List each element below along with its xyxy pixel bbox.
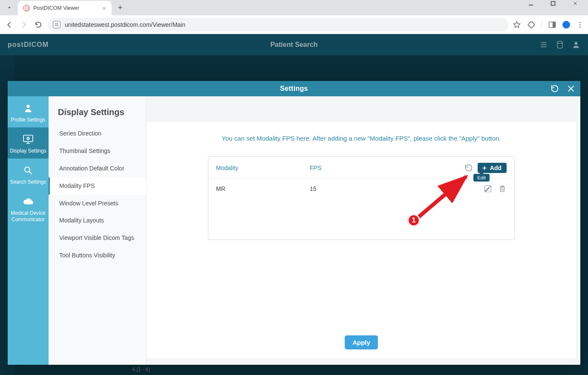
page-footer-peek: 4 (1 - 4) [132, 365, 579, 374]
subnav-item[interactable]: Annotation Default Color [49, 160, 146, 177]
svg-point-2 [55, 23, 56, 24]
app-background: postDICOM Patient Search 4 (1 - 4) Setti… [0, 34, 588, 375]
browser-tab-active[interactable]: PostDICOM Viewer [18, 1, 112, 15]
svg-rect-7 [553, 22, 556, 27]
modal-refresh-button[interactable] [550, 84, 560, 94]
tab-title: PostDICOM Viewer [33, 5, 79, 11]
bookmark-star-icon[interactable] [513, 20, 521, 29]
cell-modality: MR [216, 185, 310, 192]
svg-point-10 [579, 26, 581, 27]
svg-point-13 [26, 105, 29, 108]
browser-tabbar: PostDICOM Viewer + [0, 0, 588, 15]
window-controls [528, 1, 585, 6]
modal-title: Settings [280, 85, 308, 92]
sidebar-item-mdc[interactable]: Medical Device Communicator [8, 190, 49, 227]
tab-close-icon[interactable] [102, 6, 107, 11]
sidebar-item-label: Medical Device Communicator [9, 210, 47, 223]
edit-row-icon[interactable] [484, 185, 492, 193]
add-button-label: Add [490, 164, 502, 171]
sidebar-item-profile[interactable]: Profile Settings [8, 96, 49, 127]
omnibox-url: unitedstateswest.postdicom.com/Viewer/Ma… [65, 21, 185, 28]
svg-point-8 [579, 22, 581, 23]
apply-button[interactable]: Apply [345, 335, 378, 349]
svg-point-16 [25, 167, 30, 172]
cell-fps: 15 [310, 185, 404, 192]
svg-rect-5 [55, 25, 57, 26]
subnav-item[interactable]: Modality FPS [49, 177, 146, 195]
subnav-item[interactable]: Modality Layouts [49, 212, 146, 229]
new-tab-button[interactable]: + [114, 2, 126, 14]
svg-rect-1 [551, 2, 555, 6]
nav-forward-button[interactable] [19, 20, 29, 30]
magnifier-icon [22, 164, 34, 176]
window-close[interactable] [573, 1, 585, 6]
extensions-icon[interactable] [527, 20, 536, 29]
modal-header: Settings [8, 81, 580, 96]
tab-search-button[interactable] [3, 2, 15, 14]
section-title: Display Settings [49, 106, 146, 125]
browser-menu-icon[interactable] [576, 21, 584, 29]
side-panel-icon[interactable] [548, 20, 556, 29]
col-header-fps: FPS [310, 164, 404, 171]
svg-point-15 [27, 138, 29, 139]
sidebar-item-search[interactable]: Search Settings [8, 159, 49, 190]
monitor-gear-icon [22, 133, 34, 145]
nav-back-button[interactable] [4, 20, 14, 30]
svg-line-18 [414, 177, 465, 221]
tab-favicon [23, 5, 30, 12]
subnav-item[interactable]: Series Direction [49, 125, 146, 142]
window-maximize[interactable] [551, 1, 563, 6]
sidebar-item-display[interactable]: Display Settings [8, 127, 49, 159]
cloud-icon [22, 196, 34, 208]
window-minimize[interactable] [528, 1, 541, 6]
svg-rect-0 [529, 5, 533, 6]
plus-icon: ＋ [481, 164, 488, 171]
sidebar-item-label: Display Settings [10, 148, 46, 154]
subnav-item[interactable]: Viewport Visible Dicom Tags [49, 229, 146, 247]
nav-reload-button[interactable] [33, 20, 43, 30]
person-icon [22, 102, 34, 114]
sidebar-item-label: Profile Settings [11, 117, 46, 123]
svg-rect-14 [23, 135, 33, 141]
col-header-modality: Modality [216, 164, 310, 171]
browser-addressbar: unitedstateswest.postdicom.com/Viewer/Ma… [0, 15, 588, 34]
profile-avatar-icon[interactable] [562, 21, 570, 29]
modal-close-button[interactable] [566, 84, 576, 94]
primary-sidebar: Profile Settings Display Settings Search… [8, 96, 49, 365]
secondary-sidebar: Display Settings Series DirectionThumbna… [49, 96, 147, 365]
omnibox[interactable]: unitedstateswest.postdicom.com/Viewer/Ma… [48, 18, 508, 32]
subnav-item[interactable]: Thumbnail Settings [49, 142, 146, 160]
subnav-item[interactable]: Window Level Presets [49, 195, 146, 212]
svg-point-4 [58, 25, 58, 26]
svg-point-9 [579, 24, 581, 25]
delete-row-icon[interactable] [498, 185, 507, 193]
content-area: You can set Modality FPS here. After add… [147, 96, 580, 365]
help-text: You can set Modality FPS here. After add… [159, 135, 563, 142]
settings-modal: Settings Profile Settings [8, 81, 580, 365]
annotation-step-badge: 1 [407, 214, 420, 227]
svg-rect-3 [56, 23, 58, 24]
sidebar-item-label: Search Settings [10, 179, 46, 185]
subnav-item[interactable]: Tool Buttons Visibility [49, 247, 146, 264]
site-settings-icon[interactable] [53, 21, 61, 29]
